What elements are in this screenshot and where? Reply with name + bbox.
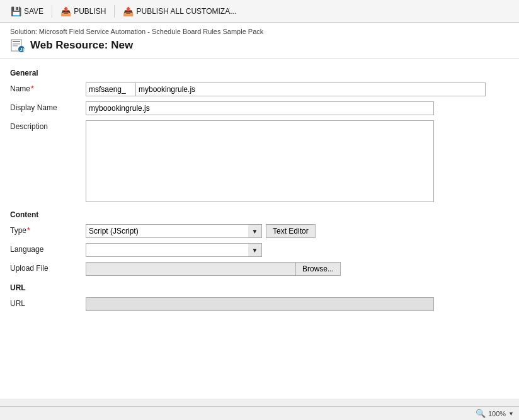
svg-text:JS: JS [20, 47, 26, 52]
language-select[interactable] [86, 243, 262, 257]
content-section-header: Content [10, 210, 509, 219]
description-textarea[interactable] [86, 120, 434, 202]
name-label: Name* [10, 82, 86, 93]
page-title-text: Web Resource: New [30, 39, 133, 52]
svg-rect-2 [13, 43, 20, 45]
description-row: Description [10, 120, 509, 204]
toolbar-separator-2 [114, 5, 115, 18]
display-name-input[interactable] [86, 101, 434, 115]
text-editor-button[interactable]: Text Editor [266, 224, 316, 238]
name-input[interactable] [136, 82, 486, 96]
save-label: SAVE [24, 7, 43, 16]
type-select-wrap: Script (JScript) HTML CSS XML PNG JPG GI… [86, 224, 262, 238]
save-button[interactable]: 💾 SAVE [5, 4, 49, 19]
url-input [86, 297, 434, 311]
type-row: Type* Script (JScript) HTML CSS XML PNG … [10, 224, 509, 239]
display-name-row: Display Name [10, 101, 509, 116]
language-field: ▼ [86, 243, 509, 257]
upload-file-label: Upload File [10, 262, 86, 273]
url-section-header: URL [10, 283, 509, 292]
language-label: Language [10, 243, 86, 254]
web-resource-icon: JS [10, 38, 25, 53]
publish-all-icon: 📤 [123, 6, 134, 16]
browse-button[interactable]: Browse... [295, 262, 341, 276]
publish-all-button[interactable]: 📤 PUBLISH ALL CUSTOMIZA... [117, 4, 242, 19]
general-section-header: General [10, 69, 509, 77]
display-name-field [86, 101, 509, 115]
language-select-wrap: ▼ [86, 243, 262, 257]
publish-all-label: PUBLISH ALL CUSTOMIZA... [136, 7, 236, 16]
page-header: Solution: Microsoft Field Service Automa… [0, 23, 519, 59]
name-required-star: * [31, 84, 34, 93]
type-label: Type* [10, 224, 86, 235]
page-title: JS Web Resource: New [10, 38, 509, 58]
publish-icon: 📤 [60, 6, 71, 16]
name-prefix-input[interactable] [86, 82, 136, 96]
name-field-group [86, 82, 509, 96]
display-name-label: Display Name [10, 101, 86, 112]
upload-file-group: Browse... [86, 262, 509, 276]
url-field [86, 297, 509, 311]
main-content: General Name* Display Name Description C… [0, 59, 519, 399]
toolbar: 💾 SAVE 📤 PUBLISH 📤 PUBLISH ALL CUSTOMIZA… [0, 0, 519, 23]
toolbar-separator-1 [52, 5, 52, 18]
type-required-star: * [27, 226, 30, 235]
type-field-group: Script (JScript) HTML CSS XML PNG JPG GI… [86, 224, 509, 238]
upload-file-row: Upload File Browse... [10, 262, 509, 277]
upload-file-input[interactable] [86, 262, 295, 276]
breadcrumb: Solution: Microsoft Field Service Automa… [10, 28, 509, 35]
publish-label: PUBLISH [74, 7, 106, 16]
description-label: Description [10, 120, 86, 131]
description-field [86, 120, 509, 204]
svg-rect-3 [13, 45, 18, 47]
name-row: Name* [10, 82, 509, 98]
type-select[interactable]: Script (JScript) HTML CSS XML PNG JPG GI… [86, 224, 262, 238]
url-row: URL [10, 297, 509, 312]
svg-rect-1 [13, 41, 20, 42]
save-icon: 💾 [11, 6, 21, 16]
url-label: URL [10, 297, 86, 308]
publish-button[interactable]: 📤 PUBLISH [55, 4, 111, 19]
language-row: Language ▼ [10, 243, 509, 258]
